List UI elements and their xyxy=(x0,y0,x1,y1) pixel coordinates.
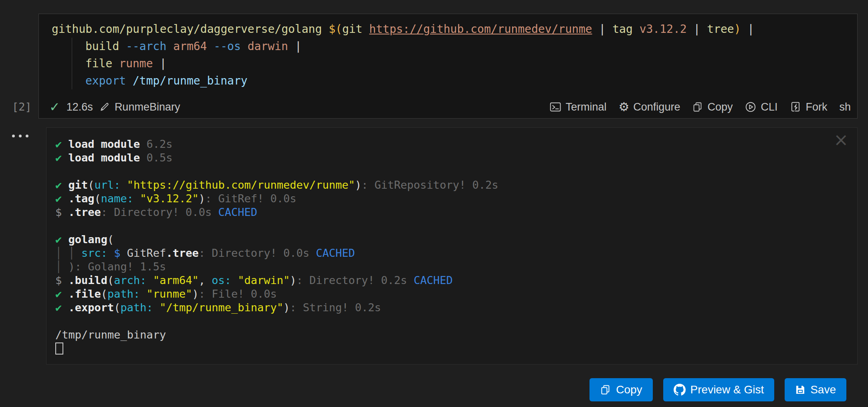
token: $( xyxy=(329,22,342,36)
token: github.com/purpleclay/daggerverse/golang xyxy=(52,22,329,36)
out-line: ✔ load module 6.2s xyxy=(55,137,833,151)
token: ✔ xyxy=(55,179,69,191)
configure-button[interactable]: ⚙ Configure xyxy=(618,101,680,113)
cell-name[interactable]: RunmeBinary xyxy=(115,101,180,113)
token: darwin xyxy=(248,40,295,53)
token: $ xyxy=(55,206,69,218)
token: os: xyxy=(212,274,238,286)
token: | xyxy=(159,57,166,70)
code-line: build --arch arm64 --os darwin | xyxy=(52,38,849,55)
save-button[interactable]: Save xyxy=(785,378,846,401)
token: ( xyxy=(88,179,94,191)
token: : Directory! 0.2s xyxy=(297,274,414,286)
token: build xyxy=(85,40,126,53)
token: src: xyxy=(81,247,114,259)
token: tag xyxy=(612,22,639,36)
toolbar-label: Fork xyxy=(805,101,827,113)
token: /tmp/runme_binary xyxy=(133,74,248,87)
github-icon xyxy=(674,384,686,396)
fork-button[interactable]: Fork xyxy=(789,101,827,113)
out-line: $ .build(arch: "arm64", os: "darwin"): D… xyxy=(55,274,833,287)
token: : Directory! 0.0s xyxy=(101,206,218,218)
out-line: ✔ .export(path: "/tmp/runme_binary"): St… xyxy=(55,301,833,314)
token: ( xyxy=(107,233,114,246)
token: ) xyxy=(283,301,290,314)
fork-icon xyxy=(789,101,801,113)
out-line: │ │ src: $ GitRef.tree: Directory! 0.0s … xyxy=(55,246,833,260)
token: : GitRef! 0.0s xyxy=(205,192,297,205)
notebook-page: [2] github.com/purpleclay/daggerverse/go… xyxy=(0,0,868,407)
token: arm64 xyxy=(173,40,214,53)
token: | xyxy=(295,40,302,53)
terminal-cursor xyxy=(55,343,63,355)
pencil-icon xyxy=(99,102,110,112)
dot xyxy=(26,135,28,137)
token: arch: xyxy=(114,274,153,286)
token: .file xyxy=(69,288,101,300)
toolbar-label: Configure xyxy=(633,101,680,113)
footer-actions: Copy Preview & Gist Save xyxy=(589,378,846,401)
token: 0.5s xyxy=(147,151,173,164)
out-line xyxy=(55,342,833,355)
code-line: export /tmp/runme_binary xyxy=(52,72,849,89)
terminal-button[interactable]: Terminal xyxy=(549,101,606,113)
token: name: xyxy=(101,192,140,205)
token: : GitRepository! 0.2s xyxy=(361,179,498,191)
out-line xyxy=(55,219,833,233)
token: export xyxy=(85,74,133,87)
token: load module xyxy=(69,151,147,164)
token: golang xyxy=(69,233,108,246)
token: , xyxy=(199,274,212,286)
execution-duration: 12.6s xyxy=(67,101,93,113)
token: v3.12.2 xyxy=(640,22,687,36)
token: .build xyxy=(69,274,108,286)
token: load module xyxy=(69,138,147,150)
execution-count: [2] xyxy=(12,101,32,113)
out-line: $ .tree: Directory! 0.0s CACHED xyxy=(55,206,833,219)
token: ( xyxy=(114,301,120,314)
token: path: xyxy=(107,288,147,300)
copy-output-button[interactable]: Copy xyxy=(589,378,652,401)
out-line: ✔ golang( xyxy=(55,233,833,246)
out-line xyxy=(55,314,833,328)
code-editor[interactable]: github.com/purpleclay/daggerverse/golang… xyxy=(39,14,857,96)
close-icon[interactable]: × xyxy=(834,131,848,149)
code-line: file runme | xyxy=(52,55,849,72)
token: │ │ xyxy=(55,247,81,259)
token: ( xyxy=(95,192,101,205)
more-actions-icon[interactable] xyxy=(12,135,28,137)
token: file xyxy=(85,57,119,70)
token: git xyxy=(69,179,88,191)
cli-button[interactable]: CLI xyxy=(745,101,777,113)
play-circle-icon xyxy=(745,101,757,113)
token: .tree xyxy=(166,247,198,259)
token: $ xyxy=(114,247,127,259)
copy-cell-button[interactable]: Copy xyxy=(692,101,733,113)
token: GitRef xyxy=(127,247,166,259)
token: : File! 0.0s xyxy=(199,288,277,300)
code-line: github.com/purpleclay/daggerverse/golang… xyxy=(52,20,849,38)
button-label: Copy xyxy=(616,383,642,396)
token: ) xyxy=(192,288,198,300)
gear-icon: ⚙ xyxy=(618,101,629,113)
button-label: Preview & Gist xyxy=(690,383,764,396)
toolbar-label: Terminal xyxy=(565,101,606,113)
token: /tmp/runme_binary xyxy=(55,328,166,341)
out-line: │ ): Golang! 1.5s xyxy=(55,260,833,274)
token: | xyxy=(741,22,755,36)
token: ) xyxy=(355,179,361,191)
toolbar-label: CLI xyxy=(761,101,777,113)
cell-toolbar: Terminal ⚙ Configure Copy xyxy=(549,101,851,113)
token: "v3.12.2" xyxy=(140,192,198,205)
token: ): Golang! 1.5s xyxy=(69,260,166,273)
out-line xyxy=(55,165,833,178)
code-cell: github.com/purpleclay/daggerverse/golang… xyxy=(38,14,858,119)
rename-cell-control[interactable]: RunmeBinary xyxy=(99,101,180,113)
preview-gist-button[interactable]: Preview & Gist xyxy=(663,378,775,401)
token: 6.2s xyxy=(147,138,173,150)
out-line: /tmp/runme_binary xyxy=(55,328,833,342)
out-line: ✔ load module 0.5s xyxy=(55,151,833,165)
dot xyxy=(19,135,22,137)
token: │ xyxy=(55,260,69,273)
cell-language-picker[interactable]: sh xyxy=(839,101,851,113)
